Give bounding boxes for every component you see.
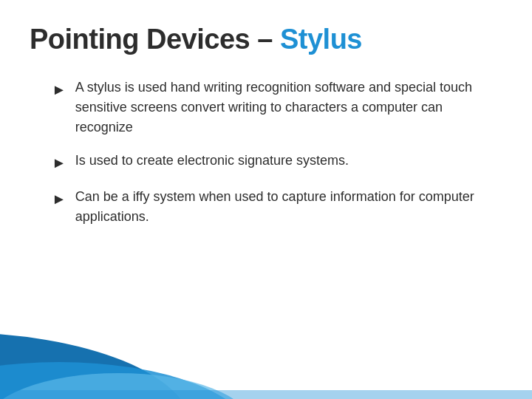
title-highlight: Stylus [280,24,362,55]
content-area: ► A stylus is used hand writing recognit… [0,70,532,255]
list-item: ► Is used to create electronic signature… [52,151,502,174]
svg-rect-3 [0,390,532,399]
slide-title: Pointing Devices – Stylus [30,24,502,55]
list-item: ► Can be a iffy system when used to capt… [52,187,502,227]
bullet-text-2: Is used to create electronic signature s… [75,151,502,171]
bullet-arrow-icon: ► [52,188,66,210]
title-prefix: Pointing Devices – [30,24,280,55]
bullet-list: ► A stylus is used hand writing recognit… [52,78,502,227]
bullet-arrow-icon: ► [52,78,66,100]
bullet-text-1: A stylus is used hand writing recognitio… [75,78,502,137]
title-area: Pointing Devices – Stylus [0,0,532,70]
bullet-text-3: Can be a iffy system when used to captur… [75,187,502,227]
bullet-arrow-icon: ► [52,151,66,174]
slide: Pointing Devices – Stylus ► A stylus is … [0,0,532,399]
list-item: ► A stylus is used hand writing recognit… [52,78,502,137]
decoration-bottom [0,310,532,399]
